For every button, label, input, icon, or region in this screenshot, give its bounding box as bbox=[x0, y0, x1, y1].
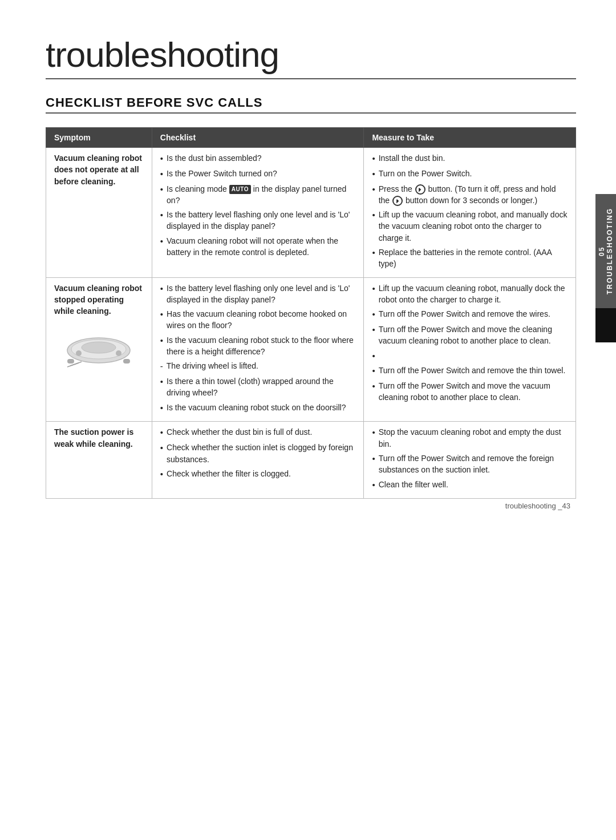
checklist-cell-1: Is the dust bin assembled? Is the Power … bbox=[152, 148, 364, 278]
checklist-cell-3: Check whether the dust bin is full of du… bbox=[152, 422, 364, 499]
measure-cell-1: Install the dust bin. Turn on the Power … bbox=[364, 148, 576, 278]
list-item: Is the Power Switch turned on? bbox=[160, 168, 356, 180]
page-container: troubleshooting Symptom CHECKLIST BEFORE… bbox=[0, 0, 616, 533]
list-item: Turn on the Power Switch. bbox=[372, 168, 568, 180]
svg-point-2 bbox=[82, 342, 116, 353]
list-item: Turn off the Power Switch and move the c… bbox=[372, 324, 568, 347]
list-item: Is the battery level flashing only one l… bbox=[160, 282, 356, 306]
header-measure: Measure to Take bbox=[364, 128, 576, 148]
list-item: Is the vacuum cleaning robot stuck to th… bbox=[160, 334, 356, 358]
list-item: Replace the batteries in the remote cont… bbox=[372, 247, 568, 270]
robot-image-container bbox=[54, 325, 144, 370]
checklist-cell-2: Is the battery level flashing only one l… bbox=[152, 277, 364, 422]
symptom-text-1: Vacuum cleaning robot does not operate a… bbox=[54, 154, 142, 186]
page-title: troubleshooting bbox=[46, 34, 576, 75]
svg-point-5 bbox=[76, 350, 82, 356]
symptom-cell-3: The suction power is weak while cleaning… bbox=[46, 422, 152, 499]
section-heading-container: Symptom CHECKLIST BEFORE SVC CALLS bbox=[46, 95, 576, 114]
svg-point-6 bbox=[116, 350, 121, 356]
symptom-cell-1: Vacuum cleaning robot does not operate a… bbox=[46, 148, 152, 278]
side-tab: 05 TROUBLESHOOTING bbox=[595, 194, 616, 308]
list-item: Is there a thin towel (cloth) wrapped ar… bbox=[160, 375, 356, 399]
measure-list-1: Install the dust bin. Turn on the Power … bbox=[372, 152, 568, 270]
page-footer: troubleshooting _43 bbox=[505, 502, 570, 510]
header-symptom: Symptom bbox=[46, 128, 152, 148]
table-row: The suction power is weak while cleaning… bbox=[46, 422, 576, 499]
table-row: Vacuum cleaning robot does not operate a… bbox=[46, 148, 576, 278]
list-item: Check whether the dust bin is full of du… bbox=[160, 426, 356, 439]
svg-line-8 bbox=[67, 363, 79, 367]
list-item: Check whether the filter is clogged. bbox=[160, 468, 356, 480]
measure-cell-3: Stop the vacuum cleaning robot and empty… bbox=[364, 422, 576, 499]
symptom-cell-2: Vacuum cleaning robot stopped operating … bbox=[46, 277, 152, 422]
power-icon: ⏵ bbox=[415, 184, 425, 195]
side-tab-label: 05 TROUBLESHOOTING bbox=[598, 204, 614, 298]
list-item: Install the dust bin. bbox=[372, 152, 568, 165]
power-hold-icon: ⏵ bbox=[392, 196, 403, 206]
list-item: Stop the vacuum cleaning robot and empty… bbox=[372, 426, 568, 450]
list-item: Is the vacuum cleaning robot stuck on th… bbox=[160, 402, 356, 414]
list-item bbox=[372, 350, 568, 362]
svg-rect-4 bbox=[123, 359, 130, 364]
list-item: Check whether the suction inlet is clogg… bbox=[160, 442, 356, 465]
auto-badge: AUTO bbox=[229, 185, 251, 195]
symptom-text-2: Vacuum cleaning robot stopped operating … bbox=[54, 284, 142, 316]
list-item: Has the vacuum cleaning robot become hoo… bbox=[160, 308, 356, 332]
list-item: Is cleaning mode AUTO in the display pan… bbox=[160, 183, 356, 207]
svg-rect-3 bbox=[67, 359, 74, 364]
list-item: Turn off the Power Switch and move the v… bbox=[372, 380, 568, 403]
robot-image bbox=[62, 330, 136, 368]
list-item: Clean the filter well. bbox=[372, 479, 568, 491]
footer-text: troubleshooting _43 bbox=[505, 502, 570, 510]
list-item: Turn off the Power Switch and remove the… bbox=[372, 308, 568, 321]
list-item: Turn off the Power Switch and remove the… bbox=[372, 365, 568, 377]
checklist-list-1: Is the dust bin assembled? Is the Power … bbox=[160, 152, 356, 258]
list-item: Is the battery level flashing only one l… bbox=[160, 209, 356, 232]
list-item: The driving wheel is lifted. bbox=[160, 360, 356, 373]
header-checklist: Checklist bbox=[152, 128, 364, 148]
list-item: Lift up the vacuum cleaning robot, and m… bbox=[372, 209, 568, 244]
list-item: Vacuum cleaning robot will not operate w… bbox=[160, 235, 356, 259]
side-tab-black bbox=[595, 308, 616, 342]
measure-list-2: Lift up the vacuum cleaning robot, manua… bbox=[372, 282, 568, 403]
table-row: Vacuum cleaning robot stopped operating … bbox=[46, 277, 576, 422]
list-item: Turn off the Power Switch and remove the… bbox=[372, 453, 568, 476]
title-section: troubleshooting bbox=[46, 34, 576, 79]
checklist-list-2: Is the battery level flashing only one l… bbox=[160, 282, 356, 414]
list-item: Press the ⏵ button. (To turn it off, pre… bbox=[372, 183, 568, 207]
list-item: Is the dust bin assembled? bbox=[160, 152, 356, 165]
symptom-text-3: The suction power is weak while cleaning… bbox=[54, 427, 133, 448]
measure-list-3: Stop the vacuum cleaning robot and empty… bbox=[372, 426, 568, 491]
list-item: Lift up the vacuum cleaning robot, manua… bbox=[372, 282, 568, 306]
checklist-list-3: Check whether the dust bin is full of du… bbox=[160, 426, 356, 480]
checklist-table: Symptom Checklist Measure to Take Vacuum… bbox=[46, 127, 576, 499]
section-title-text: CHECKLIST BEFORE SVC CALLS bbox=[46, 95, 576, 110]
measure-cell-2: Lift up the vacuum cleaning robot, manua… bbox=[364, 277, 576, 422]
